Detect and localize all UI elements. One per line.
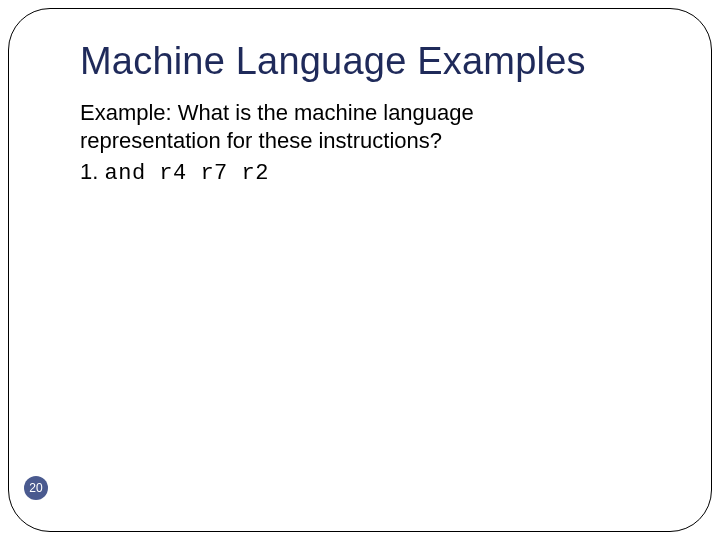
instruction-code: and r4 r7 r2 bbox=[104, 161, 268, 186]
page-number-badge: 20 bbox=[24, 476, 48, 500]
body-line-1: Example: What is the machine language bbox=[80, 99, 660, 127]
slide-content: Machine Language Examples Example: What … bbox=[80, 40, 660, 188]
instruction-list: 1. and r4 r7 r2 bbox=[80, 158, 660, 188]
body-line-2: representation for these instructions? bbox=[80, 127, 660, 155]
slide: Machine Language Examples Example: What … bbox=[0, 0, 720, 540]
list-number: 1. bbox=[80, 159, 98, 184]
slide-body: Example: What is the machine language re… bbox=[80, 99, 660, 188]
slide-title: Machine Language Examples bbox=[80, 40, 660, 83]
page-number: 20 bbox=[29, 481, 42, 495]
